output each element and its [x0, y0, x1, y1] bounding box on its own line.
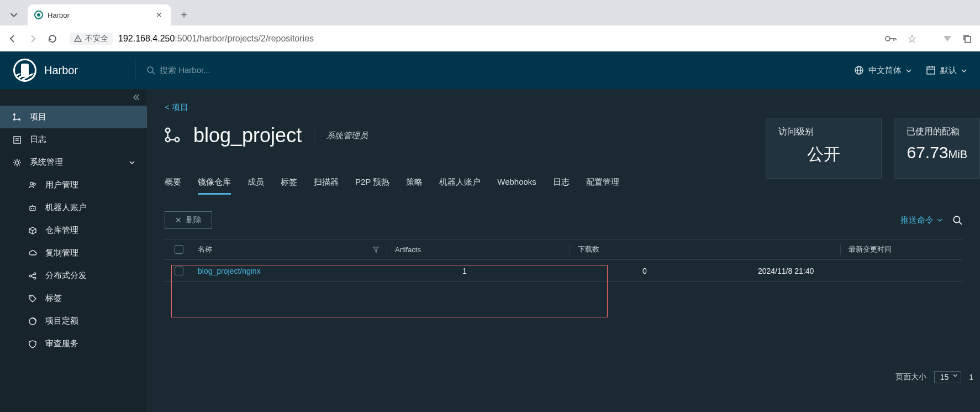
tab-labels[interactable]: 标签: [281, 177, 297, 195]
svg-point-7: [147, 67, 153, 72]
bookmark-star-icon[interactable]: ☆: [907, 32, 917, 45]
global-search[interactable]: 搜索 Harbor...: [146, 65, 843, 76]
tab-repositories[interactable]: 镜像仓库: [198, 177, 231, 195]
svg-line-8: [152, 72, 155, 74]
filter-icon[interactable]: [373, 247, 379, 253]
reload-button[interactable]: [48, 34, 57, 44]
tab-config[interactable]: 配置管理: [586, 177, 619, 195]
tab-close-icon[interactable]: ✕: [154, 11, 165, 19]
sidebar-label: 系统管理: [30, 157, 63, 168]
back-button[interactable]: [8, 34, 18, 44]
svg-point-23: [30, 182, 33, 185]
nav-bar: 不安全 192.168.4.250:5001/harbor/projects/2…: [0, 25, 980, 51]
svg-rect-25: [30, 206, 35, 211]
theme-selector[interactable]: 默认: [926, 65, 967, 76]
calendar-icon: [926, 65, 936, 75]
cell-downloads: 0: [570, 267, 736, 275]
extension-v-icon[interactable]: [942, 34, 952, 44]
project-icon: [165, 127, 181, 144]
tab-search-button[interactable]: [4, 6, 23, 24]
gear-icon: [12, 158, 22, 167]
chevron-down-icon: [961, 68, 967, 74]
logs-icon: [12, 135, 22, 144]
tab-logs[interactable]: 日志: [553, 177, 570, 195]
table-row[interactable]: blog_project/nginx 1 0 2024/11/8 21:40: [165, 260, 962, 282]
sidebar-collapse-button[interactable]: [0, 89, 147, 106]
quota-card: 已使用的配额 67.73MiB: [894, 118, 980, 179]
col-downloads[interactable]: 下载数: [570, 244, 736, 254]
sidebar-item-replication[interactable]: 复制管理: [0, 242, 147, 264]
tab-policy[interactable]: 策略: [406, 177, 423, 195]
select-all-checkbox[interactable]: [165, 245, 193, 254]
sidebar-item-users[interactable]: 用户管理: [0, 174, 147, 196]
user-role: 系统管理员: [326, 131, 368, 141]
search-icon[interactable]: [952, 215, 962, 225]
card-value: 公开: [778, 143, 869, 166]
breadcrumb-back[interactable]: < 项目: [165, 102, 962, 113]
new-tab-button[interactable]: +: [176, 7, 192, 23]
repo-link[interactable]: blog_project/nginx: [193, 267, 387, 275]
summary-cards: 访问级别 公开 已使用的配额 67.73MiB: [766, 118, 980, 179]
sidebar-item-registries[interactable]: 仓库管理: [0, 219, 147, 242]
url-text: 192.168.4.250:5001/harbor/projects/2/rep…: [118, 34, 314, 44]
close-icon: ✕: [175, 216, 182, 225]
header-right: 中文简体 默认: [854, 65, 967, 76]
sidebar-item-quotas[interactable]: 项目定额: [0, 310, 147, 332]
tab-members[interactable]: 成员: [247, 177, 264, 195]
cell-last-modified: 2024/11/8 21:40: [736, 267, 962, 275]
sidebar-item-interrogation[interactable]: 审查服务: [0, 332, 147, 355]
svg-point-39: [953, 216, 960, 222]
sidebar-item-projects[interactable]: 项目: [0, 106, 147, 128]
search-icon: [146, 66, 155, 75]
sidebar-item-logs[interactable]: 日志: [0, 128, 147, 151]
robot-icon: [28, 204, 38, 212]
copy-icon[interactable]: [962, 34, 972, 44]
sidebar-item-labels[interactable]: 标签: [0, 287, 147, 310]
chevron-down-icon: [953, 373, 957, 378]
cell-artifacts: 1: [387, 267, 570, 275]
col-name[interactable]: 名称: [193, 244, 387, 254]
page-size-select[interactable]: 15: [934, 371, 962, 383]
repo-toolbar: ✕ 删除 推送命令: [165, 211, 962, 229]
url-bar[interactable]: 不安全 192.168.4.250:5001/harbor/projects/2…: [67, 29, 875, 48]
sidebar-item-admin[interactable]: 系统管理: [0, 151, 147, 174]
row-checkbox[interactable]: [165, 267, 193, 275]
svg-point-31: [34, 277, 36, 279]
project-name: blog_project: [193, 124, 302, 147]
browser-chrome: Harbor ✕ + 不安全 192.168.4.250:5001/harbor…: [0, 0, 980, 51]
svg-rect-12: [927, 67, 935, 74]
cloud-icon: [28, 249, 38, 258]
browser-tab[interactable]: Harbor ✕: [28, 4, 171, 25]
logo[interactable]: Harbor: [13, 59, 124, 82]
language-selector[interactable]: 中文简体: [854, 65, 911, 76]
globe-icon: [854, 65, 864, 75]
harbor-logo-icon: [13, 59, 36, 82]
search-placeholder: 搜索 Harbor...: [160, 65, 210, 76]
sidebar-item-distribution[interactable]: 分布式分发: [0, 264, 147, 287]
svg-point-34: [30, 296, 31, 298]
chevron-down-icon: [937, 217, 942, 223]
insecure-badge[interactable]: 不安全: [70, 33, 113, 45]
password-key-icon[interactable]: [885, 35, 897, 43]
sidebar-item-robots[interactable]: 机器人账户: [0, 196, 147, 219]
divider: [135, 59, 135, 81]
col-last-modified[interactable]: 最新变更时间: [841, 244, 962, 254]
svg-point-36: [166, 128, 170, 133]
tag-icon: [28, 294, 38, 303]
tab-robots[interactable]: 机器人账户: [439, 177, 481, 195]
tab-webhooks[interactable]: Webhooks: [497, 177, 536, 195]
svg-rect-19: [14, 137, 20, 143]
forward-button[interactable]: [28, 34, 38, 44]
users-icon: [28, 181, 38, 190]
col-artifacts[interactable]: Artifacts: [387, 246, 570, 254]
delete-button[interactable]: ✕ 删除: [165, 211, 212, 229]
push-command-button[interactable]: 推送命令: [900, 215, 942, 226]
tab-summary[interactable]: 概要: [165, 177, 181, 195]
tab-p2p[interactable]: P2P 预热: [355, 177, 389, 195]
gauge-icon: [28, 317, 38, 326]
tab-scanner[interactable]: 扫描器: [314, 177, 339, 195]
svg-point-16: [13, 113, 15, 116]
app-body: 项目 日志 系统管理 用户管理 机器人账户 仓库管理 复制管理 分布式分发 标签…: [0, 89, 980, 412]
svg-point-22: [15, 161, 19, 164]
total-count: 1: [969, 373, 973, 382]
